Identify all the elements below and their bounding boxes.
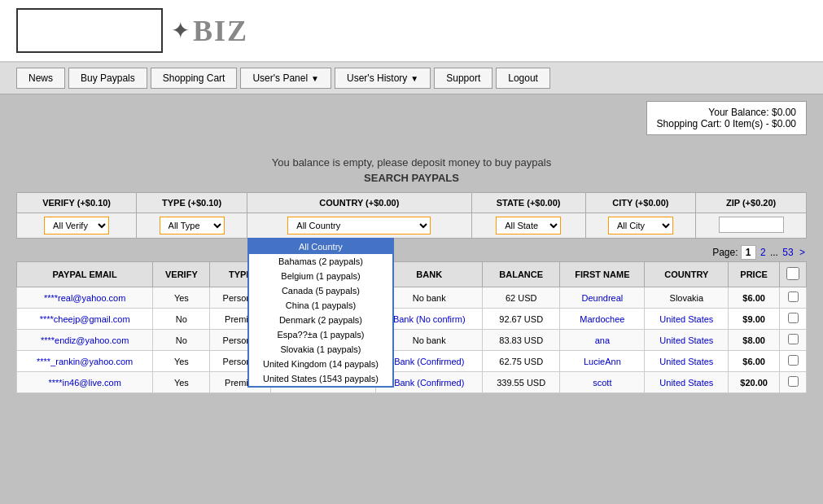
cell-verify: No <box>153 330 210 351</box>
email-link[interactable]: ****in46@live.com <box>48 378 120 388</box>
country-option-all[interactable]: All Country <box>249 239 392 254</box>
type-filter-select[interactable]: All Type Personal Premier Business <box>160 217 225 234</box>
cell-balance: 339.55 USD <box>483 372 560 393</box>
nav-buy-paypals[interactable]: Buy Paypals <box>68 68 147 89</box>
cell-balance: 83.83 USD <box>483 330 560 351</box>
page-2-link[interactable]: 2 <box>760 247 766 258</box>
country-option-denmark[interactable]: Denmark (2 paypals) <box>249 313 392 327</box>
country-option-us[interactable]: United States (1543 paypals) <box>249 371 392 386</box>
cell-price: $8.00 <box>729 330 780 351</box>
cell-country: United States <box>645 330 729 351</box>
cell-select <box>780 351 807 372</box>
nav-users-panel[interactable]: User's Panel ▼ <box>240 68 331 89</box>
nav-logout[interactable]: Logout <box>496 68 550 89</box>
country-option-china[interactable]: China (1 paypals) <box>249 298 392 313</box>
nav-news[interactable]: News <box>16 68 65 89</box>
firstname-link[interactable]: Mardochee <box>580 314 624 324</box>
page-next-link[interactable]: > <box>799 247 805 258</box>
country-filter-select[interactable]: All Country Bahamas (2 paypals) Belgium … <box>287 217 431 234</box>
logo-input-box <box>16 8 163 53</box>
row-checkbox[interactable] <box>788 355 799 366</box>
firstname-link[interactable]: LucieAnn <box>584 357 621 366</box>
logo-text: BIZ <box>193 14 248 48</box>
table-row: ****in46@live.com Yes Premier Card (Conf… <box>17 372 807 393</box>
cell-select <box>780 287 807 309</box>
logo-star-icon: ✦ <box>171 17 190 44</box>
firstname-link[interactable]: scott <box>593 378 611 388</box>
results-table: PAYPAL EMAIL VERIFY TYPE CARD BANK BALAN… <box>16 261 807 393</box>
page-label: Page: <box>712 247 738 258</box>
cell-price: $6.00 <box>729 287 780 309</box>
zip-filter-input[interactable] <box>719 217 784 233</box>
col-price-header: PRICE <box>729 262 780 287</box>
country-dropdown-open: All Country Bahamas (2 paypals) Belgium … <box>247 238 394 388</box>
table-row: ****real@yahoo.com Yes Personal Card (No… <box>17 287 807 309</box>
search-filter-table: VERIFY (+$0.10) TYPE (+$0.10) COUNTRY (+… <box>16 192 807 239</box>
results-area: Page: 1 2 ... 53 > PAYPAL EMAIL VERIFY T… <box>16 247 807 393</box>
cell-select <box>780 372 807 393</box>
navigation: News Buy Paypals Shopping Cart User's Pa… <box>0 63 823 94</box>
email-link[interactable]: ****_rankin@yahoo.com <box>37 357 133 366</box>
city-filter-select[interactable]: All City <box>608 217 673 234</box>
firstname-link[interactable]: Deundreal <box>581 293 623 303</box>
state-filter-select[interactable]: All State <box>496 217 561 234</box>
nav-users-history[interactable]: User's History ▼ <box>335 68 431 89</box>
cell-select <box>780 330 807 351</box>
nav-support[interactable]: Support <box>434 68 492 89</box>
col-state-header: STATE (+$0.00) <box>471 193 585 213</box>
select-all-checkbox[interactable] <box>786 267 799 280</box>
cell-price: $9.00 <box>729 309 780 330</box>
balance-bar: Your Balance: $0.00 Shopping Cart: 0 Ite… <box>0 94 823 142</box>
cell-verify: No <box>153 309 210 330</box>
col-select-header <box>780 262 807 287</box>
notice-text: You balance is empty, please deposit mon… <box>16 156 807 169</box>
email-link[interactable]: ****endiz@yahoo.com <box>41 335 129 345</box>
country-filter-cell: All Country Bahamas (2 paypals) Belgium … <box>247 213 471 239</box>
col-zip-header: ZIP (+$0.20) <box>696 193 807 213</box>
zip-filter-cell <box>696 213 807 239</box>
cell-email: ****endiz@yahoo.com <box>17 330 153 351</box>
balance-line2: Shopping Cart: 0 Item(s) - $0.00 <box>657 118 796 129</box>
cell-verify: Yes <box>153 351 210 372</box>
cell-country: Slovakia <box>645 287 729 309</box>
cell-firstname: scott <box>560 372 645 393</box>
verify-filter-cell: All Verify Yes No <box>17 213 137 239</box>
cell-firstname: LucieAnn <box>560 351 645 372</box>
cell-price: $6.00 <box>729 351 780 372</box>
col-type-header: TYPE (+$0.10) <box>137 193 247 213</box>
row-checkbox[interactable] <box>788 376 799 387</box>
country-option-canada[interactable]: Canada (5 paypals) <box>249 283 392 298</box>
cell-balance: 92.67 USD <box>483 309 560 330</box>
state-filter-cell: All State <box>471 213 585 239</box>
email-link[interactable]: ****real@yahoo.com <box>44 293 125 303</box>
cell-email: ****in46@live.com <box>17 372 153 393</box>
row-checkbox[interactable] <box>788 291 799 302</box>
firstname-link[interactable]: ana <box>595 335 610 345</box>
page-current[interactable]: 1 <box>741 245 756 260</box>
col-firstname-header: FIRST NAME <box>560 262 645 287</box>
logo: ✦ BIZ <box>171 14 248 48</box>
col-verify-header: VERIFY (+$0.10) <box>17 193 137 213</box>
cell-price: $20.00 <box>729 372 780 393</box>
cell-verify: Yes <box>153 287 210 309</box>
row-checkbox[interactable] <box>788 334 799 344</box>
page-53-link[interactable]: 53 <box>782 247 793 258</box>
country-option-belgium[interactable]: Belgium (1 paypals) <box>249 269 392 283</box>
cell-firstname: ana <box>560 330 645 351</box>
nav-shopping-cart[interactable]: Shopping Cart <box>151 68 238 89</box>
cell-firstname: Deundreal <box>560 287 645 309</box>
verify-filter-select[interactable]: All Verify Yes No <box>44 217 109 234</box>
cell-balance: 62.75 USD <box>483 351 560 372</box>
country-option-bahamas[interactable]: Bahamas (2 paypals) <box>249 254 392 269</box>
col-balance-header: BALANCE <box>483 262 560 287</box>
col-verify-header: VERIFY <box>153 262 210 287</box>
balance-line1: Your Balance: $0.00 <box>657 107 796 118</box>
cell-email: ****_rankin@yahoo.com <box>17 351 153 372</box>
country-option-espana[interactable]: Espa??±a (1 paypals) <box>249 327 392 342</box>
chevron-down-icon: ▼ <box>311 74 319 83</box>
country-option-slovakia[interactable]: Slovakia (1 paypals) <box>249 342 392 357</box>
section-title: SEARCH PAYPALS <box>16 172 807 184</box>
row-checkbox[interactable] <box>788 313 799 323</box>
email-link[interactable]: ****cheejp@gmail.com <box>40 314 130 324</box>
country-option-uk[interactable]: United Kingdom (14 paypals) <box>249 357 392 371</box>
